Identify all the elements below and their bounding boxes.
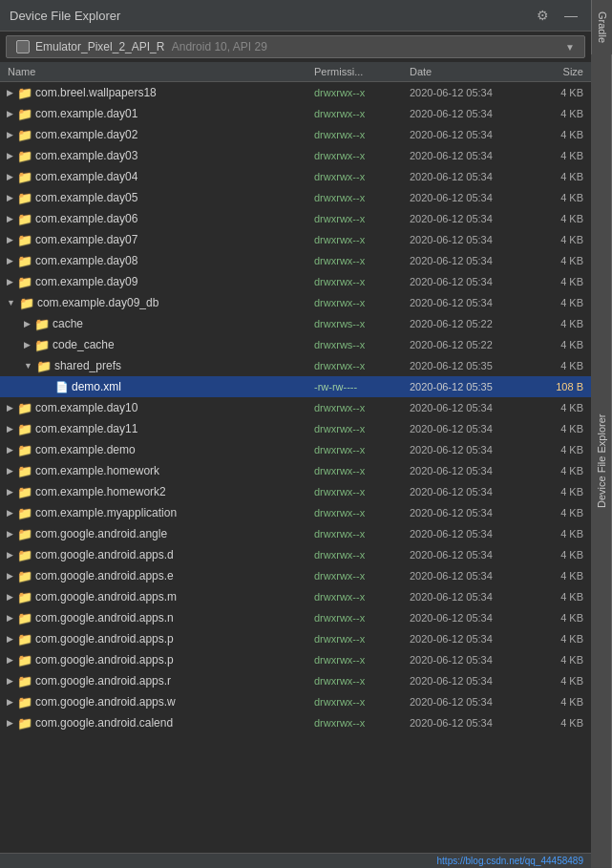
list-item[interactable]: ▶ 📁 cache drwxrws--x 2020-06-12 05:22 4 … bbox=[0, 313, 591, 334]
size-cell: 4 KB bbox=[538, 108, 591, 119]
list-item[interactable]: ▶ 📁 com.google.android.apps.p drwxrwx--x… bbox=[0, 628, 591, 649]
list-item[interactable]: ▶ 📁 com.example.day09 drwxrwx--x 2020-06… bbox=[0, 271, 591, 292]
file-row-name: 📄 demo.xml bbox=[0, 380, 314, 393]
file-name: com.google.android.apps.w bbox=[35, 695, 176, 709]
date-cell: 2020-06-12 05:35 bbox=[410, 360, 538, 371]
size-cell: 4 KB bbox=[538, 276, 591, 287]
permissions-cell: drwxrwx--x bbox=[314, 402, 410, 413]
list-item[interactable]: ▶ 📁 com.google.android.apps.m drwxrwx--x… bbox=[0, 586, 591, 607]
list-item[interactable]: ▼ 📁 shared_prefs drwxrwx--x 2020-06-12 0… bbox=[0, 355, 591, 376]
expand-icon[interactable]: ▶ bbox=[7, 130, 13, 139]
date-cell: 2020-06-12 05:22 bbox=[410, 318, 538, 329]
permissions-cell: drwxrws--x bbox=[314, 318, 410, 329]
expand-icon[interactable]: ▶ bbox=[7, 172, 13, 181]
list-item[interactable]: ▶ 📁 com.example.day10 drwxrwx--x 2020-06… bbox=[0, 397, 591, 418]
expand-icon[interactable]: ▶ bbox=[7, 613, 13, 623]
expand-icon[interactable]: ▶ bbox=[7, 571, 13, 581]
list-item[interactable]: ▶ 📁 com.example.day07 drwxrwx--x 2020-06… bbox=[0, 229, 591, 250]
list-item[interactable]: ▶ 📁 com.example.day01 drwxrwx--x 2020-06… bbox=[0, 103, 591, 124]
list-item[interactable]: ▶ 📁 code_cache drwxrws--x 2020-06-12 05:… bbox=[0, 334, 591, 355]
file-row-name: ▶ 📁 com.google.android.apps.r bbox=[0, 674, 314, 688]
file-row-name: ▶ 📁 com.google.android.apps.p bbox=[0, 653, 314, 667]
file-list[interactable]: ▶ 📁 com.breel.wallpapers18 drwxrwx--x 20… bbox=[0, 82, 591, 853]
expand-icon[interactable]: ▶ bbox=[24, 340, 31, 349]
list-item[interactable]: ▶ 📁 com.example.day03 drwxrwx--x 2020-06… bbox=[0, 145, 591, 166]
folder-icon: 📁 bbox=[17, 695, 32, 709]
permissions-cell: drwxrwx--x bbox=[314, 213, 410, 224]
list-item[interactable]: ▶ 📁 com.breel.wallpapers18 drwxrwx--x 20… bbox=[0, 82, 591, 103]
expand-icon[interactable]: ▶ bbox=[7, 529, 13, 539]
folder-icon: 📁 bbox=[17, 527, 32, 541]
expand-icon[interactable]: ▶ bbox=[7, 676, 13, 686]
expand-icon[interactable]: ▶ bbox=[7, 256, 13, 265]
expand-icon[interactable]: ▶ bbox=[7, 592, 13, 602]
list-item[interactable]: ▶ 📁 com.google.android.apps.p drwxrwx--x… bbox=[0, 649, 591, 670]
expand-icon[interactable]: ▶ bbox=[7, 550, 13, 560]
settings-icon[interactable]: ⚙ bbox=[533, 6, 553, 25]
date-cell: 2020-06-12 05:34 bbox=[410, 87, 538, 98]
expand-icon[interactable]: ▶ bbox=[7, 277, 13, 286]
list-item[interactable]: ▶ 📁 com.google.android.apps.e drwxrwx--x… bbox=[0, 565, 591, 586]
expand-icon[interactable]: ▶ bbox=[7, 403, 13, 413]
gradle-tab[interactable]: Gradle bbox=[591, 0, 612, 54]
size-cell: 4 KB bbox=[538, 192, 591, 203]
folder-icon: 📁 bbox=[17, 422, 32, 436]
list-item[interactable]: ▼ 📁 com.example.day09_db drwxrwx--x 2020… bbox=[0, 292, 591, 313]
permissions-cell: drwxrwx--x bbox=[314, 423, 410, 434]
file-name: com.example.demo bbox=[35, 443, 136, 456]
permissions-cell: drwxrwx--x bbox=[314, 129, 410, 140]
list-item[interactable]: ▶ 📁 com.google.android.apps.w drwxrwx--x… bbox=[0, 691, 591, 712]
list-item[interactable]: ▶ 📁 com.google.android.apps.d drwxrwx--x… bbox=[0, 544, 591, 565]
device-file-explorer-tab[interactable]: Device File Explorer bbox=[591, 54, 612, 868]
list-item[interactable]: ▶ 📁 com.google.android.apps.r drwxrwx--x… bbox=[0, 670, 591, 691]
size-cell: 4 KB bbox=[538, 612, 591, 624]
expand-icon[interactable]: ▶ bbox=[7, 214, 13, 223]
list-item[interactable]: ▶ 📁 com.google.android.calend drwxrwx--x… bbox=[0, 712, 591, 733]
expand-icon[interactable]: ▶ bbox=[7, 487, 13, 497]
list-item[interactable]: ▶ 📁 com.example.homework2 drwxrwx--x 202… bbox=[0, 481, 591, 502]
expand-icon[interactable]: ▶ bbox=[7, 718, 13, 728]
file-row-name: ▶ 📁 com.example.day04 bbox=[0, 170, 314, 184]
permissions-cell: drwxrwx--x bbox=[314, 486, 410, 498]
list-item[interactable]: ▶ 📁 com.example.myapplication drwxrwx--x… bbox=[0, 502, 591, 523]
expand-icon[interactable]: ▶ bbox=[7, 445, 13, 455]
expand-icon[interactable]: ▼ bbox=[24, 361, 32, 370]
list-item[interactable]: ▶ 📁 com.example.day06 drwxrwx--x 2020-06… bbox=[0, 208, 591, 229]
list-item[interactable]: ▶ 📁 com.example.homework drwxrwx--x 2020… bbox=[0, 460, 591, 481]
list-item[interactable]: 📄 demo.xml -rw-rw---- 2020-06-12 05:35 1… bbox=[0, 376, 591, 397]
list-item[interactable]: ▶ 📁 com.example.day05 drwxrwx--x 2020-06… bbox=[0, 187, 591, 208]
expand-icon[interactable]: ▶ bbox=[7, 424, 13, 434]
expand-icon[interactable]: ▶ bbox=[7, 697, 13, 707]
list-item[interactable]: ▶ 📁 com.example.day11 drwxrwx--x 2020-06… bbox=[0, 418, 591, 439]
folder-icon: 📁 bbox=[17, 632, 32, 646]
permissions-cell: drwxrwx--x bbox=[314, 675, 410, 687]
file-name: cache bbox=[53, 317, 83, 330]
list-item[interactable]: ▶ 📁 com.example.day04 drwxrwx--x 2020-06… bbox=[0, 166, 591, 187]
file-name: com.breel.wallpapers18 bbox=[35, 86, 157, 99]
expand-icon[interactable]: ▶ bbox=[7, 466, 13, 476]
date-cell: 2020-06-12 05:34 bbox=[410, 255, 538, 266]
expand-icon[interactable]: ▶ bbox=[7, 508, 13, 518]
expand-icon[interactable]: ▶ bbox=[7, 193, 13, 202]
size-cell: 4 KB bbox=[538, 444, 591, 455]
list-item[interactable]: ▶ 📁 com.google.android.angle drwxrwx--x … bbox=[0, 523, 591, 544]
expand-icon[interactable]: ▼ bbox=[7, 298, 15, 307]
date-cell: 2020-06-12 05:34 bbox=[410, 129, 538, 140]
file-name: com.google.android.apps.r bbox=[35, 674, 171, 688]
expand-icon[interactable]: ▶ bbox=[7, 109, 13, 118]
minimize-icon[interactable]: — bbox=[560, 6, 581, 25]
expand-icon[interactable]: ▶ bbox=[7, 151, 13, 160]
expand-icon[interactable]: ▶ bbox=[7, 634, 13, 644]
list-item[interactable]: ▶ 📁 com.example.day08 drwxrwx--x 2020-06… bbox=[0, 250, 591, 271]
permissions-cell: drwxrwx--x bbox=[314, 528, 410, 540]
expand-icon[interactable]: ▶ bbox=[7, 655, 13, 665]
list-item[interactable]: ▶ 📁 com.google.android.apps.n drwxrwx--x… bbox=[0, 607, 591, 628]
list-item[interactable]: ▶ 📁 com.example.demo drwxrwx--x 2020-06-… bbox=[0, 439, 591, 460]
list-item[interactable]: ▶ 📁 com.example.day02 drwxrwx--x 2020-06… bbox=[0, 124, 591, 145]
file-row-name: ▶ 📁 com.example.homework2 bbox=[0, 485, 314, 499]
expand-icon[interactable]: ▶ bbox=[24, 319, 31, 328]
file-name: com.example.day07 bbox=[35, 233, 137, 246]
expand-icon[interactable]: ▶ bbox=[7, 235, 13, 244]
device-selector[interactable]: Emulator_Pixel_2_API_R Android 10, API 2… bbox=[6, 35, 585, 58]
expand-icon[interactable]: ▶ bbox=[7, 88, 13, 97]
